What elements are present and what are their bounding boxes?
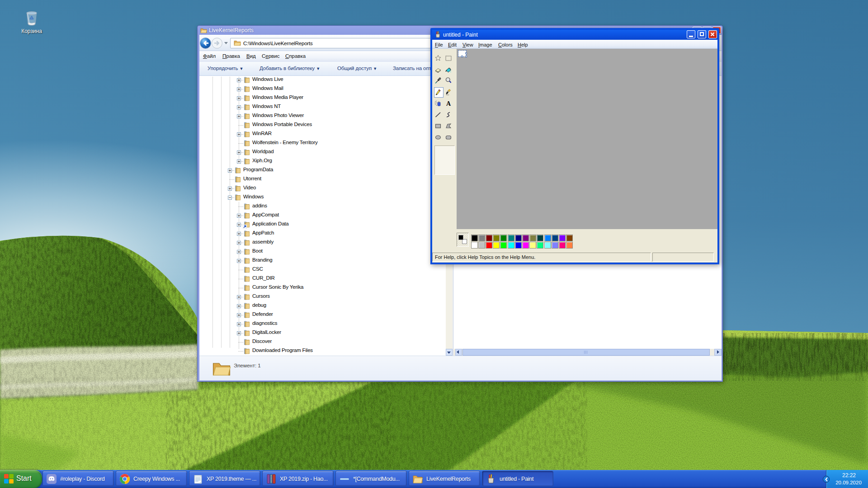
svg-text:A: A xyxy=(446,100,451,107)
